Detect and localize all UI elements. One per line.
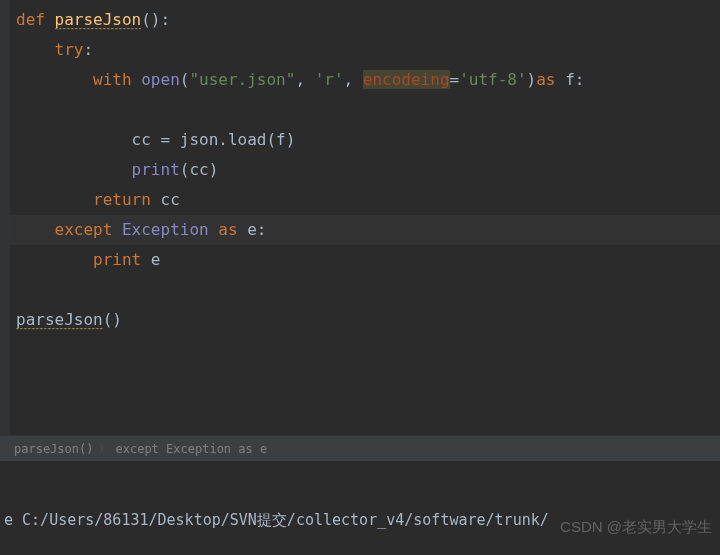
code-area[interactable]: def parseJson(): try: with open("user.js…: [10, 0, 720, 435]
code-line-current[interactable]: except Exception as e:: [10, 215, 720, 245]
variable: e:: [247, 220, 266, 239]
variable: f:: [565, 70, 584, 89]
param-typo: encodeing: [363, 70, 450, 89]
string-literal: 'r': [315, 70, 344, 89]
paren: ():: [141, 10, 170, 29]
variable: e: [151, 250, 161, 269]
equals: =: [450, 70, 460, 89]
code-line[interactable]: [10, 275, 720, 305]
code-line[interactable]: print e: [10, 245, 720, 275]
assignment: cc = json.load(f): [16, 130, 295, 149]
chevron-right-icon: 〉: [99, 442, 109, 456]
code-editor[interactable]: def parseJson(): try: with open("user.js…: [0, 0, 720, 435]
editor-gutter: [0, 0, 10, 435]
code-line[interactable]: try:: [10, 35, 720, 65]
paren: (: [180, 70, 190, 89]
keyword-as: as: [536, 70, 565, 89]
breadcrumb-bar: parseJson() 〉 except Exception as e: [0, 435, 720, 461]
breadcrumb-item[interactable]: parseJson(): [8, 442, 99, 456]
paren: ): [527, 70, 537, 89]
keyword-except: except: [16, 220, 122, 239]
console-output[interactable]: e C:/Users/86131/Desktop/SVN提交/collector…: [0, 461, 720, 555]
code-line[interactable]: with open("user.json", 'r', encodeing='u…: [10, 65, 720, 95]
paren-arg: (cc): [180, 160, 219, 179]
keyword-try: try: [16, 40, 83, 59]
code-line[interactable]: print(cc): [10, 155, 720, 185]
comma: ,: [295, 70, 314, 89]
code-line[interactable]: [10, 335, 720, 365]
builtin-open: open: [141, 70, 180, 89]
code-line[interactable]: def parseJson():: [10, 5, 720, 35]
keyword-print: print: [16, 250, 151, 269]
console-line: e C:/Users/86131/Desktop/SVN提交/collector…: [0, 507, 720, 533]
breadcrumb-item[interactable]: except Exception as e: [109, 442, 273, 456]
comma: ,: [344, 70, 363, 89]
keyword-as: as: [218, 220, 247, 239]
paren: (): [103, 310, 122, 329]
function-name: parseJson: [55, 10, 142, 30]
string-literal: 'utf-8': [459, 70, 526, 89]
exception-class: Exception: [122, 220, 218, 239]
colon: :: [83, 40, 93, 59]
code-line[interactable]: [10, 95, 720, 125]
variable: cc: [161, 190, 180, 209]
keyword-def: def: [16, 10, 55, 29]
code-line[interactable]: parseJson(): [10, 305, 720, 335]
keyword-with: with: [16, 70, 141, 89]
code-line[interactable]: return cc: [10, 185, 720, 215]
code-line[interactable]: [10, 365, 720, 395]
builtin-print: print: [16, 160, 180, 179]
string-literal: "user.json": [189, 70, 295, 89]
keyword-return: return: [16, 190, 161, 209]
function-call: parseJson: [16, 310, 103, 330]
code-line[interactable]: cc = json.load(f): [10, 125, 720, 155]
